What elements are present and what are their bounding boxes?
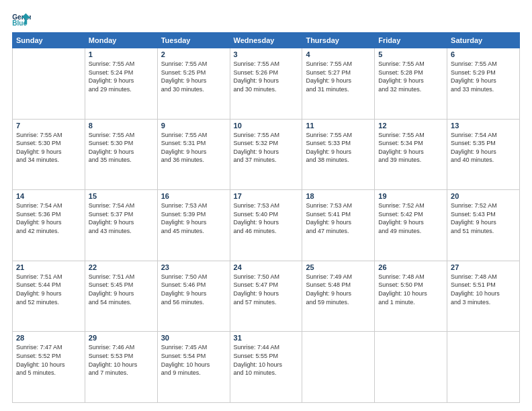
- calendar-header-wednesday: Wednesday: [230, 33, 302, 48]
- calendar-cell: 10Sunrise: 7:55 AMSunset: 5:32 PMDayligh…: [230, 119, 302, 190]
- day-number: 14: [16, 192, 81, 200]
- calendar-cell: [302, 332, 375, 403]
- day-info: Sunrise: 7:55 AMSunset: 5:33 PMDaylight:…: [306, 131, 371, 165]
- calendar-header-monday: Monday: [85, 33, 157, 48]
- day-number: 26: [378, 263, 443, 271]
- calendar-header-sunday: Sunday: [13, 33, 85, 48]
- calendar-cell: 27Sunrise: 7:48 AMSunset: 5:51 PMDayligh…: [447, 261, 520, 332]
- day-number: 16: [161, 192, 226, 200]
- day-info: Sunrise: 7:55 AMSunset: 5:24 PMDaylight:…: [89, 60, 154, 93]
- calendar-cell: 2Sunrise: 7:55 AMSunset: 5:25 PMDaylight…: [157, 48, 230, 120]
- calendar-cell: 18Sunrise: 7:53 AMSunset: 5:41 PMDayligh…: [302, 190, 375, 261]
- day-number: 23: [161, 263, 226, 271]
- calendar-cell: 6Sunrise: 7:55 AMSunset: 5:29 PMDaylight…: [447, 48, 520, 120]
- day-number: 5: [378, 50, 443, 58]
- day-info: Sunrise: 7:52 AMSunset: 5:42 PMDaylight:…: [378, 201, 443, 235]
- day-info: Sunrise: 7:55 AMSunset: 5:30 PMDaylight:…: [89, 131, 154, 165]
- day-info: Sunrise: 7:52 AMSunset: 5:43 PMDaylight:…: [451, 201, 516, 235]
- calendar-week-row-5: 28Sunrise: 7:47 AMSunset: 5:52 PMDayligh…: [13, 332, 520, 403]
- calendar-cell: 14Sunrise: 7:54 AMSunset: 5:36 PMDayligh…: [13, 190, 85, 261]
- calendar-cell: 12Sunrise: 7:55 AMSunset: 5:34 PMDayligh…: [375, 119, 447, 190]
- day-info: Sunrise: 7:53 AMSunset: 5:40 PMDaylight:…: [234, 201, 299, 235]
- day-info: Sunrise: 7:55 AMSunset: 5:27 PMDaylight:…: [306, 60, 371, 93]
- day-number: 21: [16, 263, 81, 271]
- calendar-cell: 28Sunrise: 7:47 AMSunset: 5:52 PMDayligh…: [13, 332, 85, 403]
- calendar-cell: 5Sunrise: 7:55 AMSunset: 5:28 PMDaylight…: [375, 48, 447, 120]
- calendar-cell: 15Sunrise: 7:54 AMSunset: 5:37 PMDayligh…: [85, 190, 157, 261]
- day-info: Sunrise: 7:54 AMSunset: 5:36 PMDaylight:…: [16, 201, 81, 235]
- calendar-cell: [447, 332, 520, 403]
- calendar-week-row-2: 7Sunrise: 7:55 AMSunset: 5:30 PMDaylight…: [13, 119, 520, 190]
- day-info: Sunrise: 7:49 AMSunset: 5:48 PMDaylight:…: [306, 273, 371, 306]
- calendar-cell: [375, 332, 447, 403]
- calendar-week-row-4: 21Sunrise: 7:51 AMSunset: 5:44 PMDayligh…: [13, 261, 520, 332]
- day-info: Sunrise: 7:53 AMSunset: 5:39 PMDaylight:…: [161, 201, 226, 235]
- day-info: Sunrise: 7:55 AMSunset: 5:32 PMDaylight:…: [234, 131, 299, 165]
- calendar-cell: 25Sunrise: 7:49 AMSunset: 5:48 PMDayligh…: [302, 261, 375, 332]
- calendar-cell: 8Sunrise: 7:55 AMSunset: 5:30 PMDaylight…: [85, 119, 157, 190]
- day-number: 10: [234, 122, 299, 130]
- day-number: 17: [234, 192, 299, 200]
- day-number: 7: [16, 122, 81, 130]
- calendar-cell: 7Sunrise: 7:55 AMSunset: 5:30 PMDaylight…: [13, 119, 85, 190]
- calendar-cell: 1Sunrise: 7:55 AMSunset: 5:24 PMDaylight…: [85, 48, 157, 120]
- calendar-cell: 11Sunrise: 7:55 AMSunset: 5:33 PMDayligh…: [302, 119, 375, 190]
- day-number: 18: [306, 192, 371, 200]
- calendar-cell: 3Sunrise: 7:55 AMSunset: 5:26 PMDaylight…: [230, 48, 302, 120]
- calendar-cell: 29Sunrise: 7:46 AMSunset: 5:53 PMDayligh…: [85, 332, 157, 403]
- day-number: 4: [306, 50, 371, 58]
- calendar-cell: 22Sunrise: 7:51 AMSunset: 5:45 PMDayligh…: [85, 261, 157, 332]
- day-info: Sunrise: 7:50 AMSunset: 5:47 PMDaylight:…: [234, 273, 299, 306]
- day-info: Sunrise: 7:55 AMSunset: 5:25 PMDaylight:…: [161, 60, 226, 93]
- calendar-week-row-3: 14Sunrise: 7:54 AMSunset: 5:36 PMDayligh…: [13, 190, 520, 261]
- day-number: 13: [451, 122, 516, 130]
- day-number: 24: [234, 263, 299, 271]
- day-info: Sunrise: 7:54 AMSunset: 5:37 PMDaylight:…: [89, 201, 154, 235]
- day-number: 30: [161, 334, 226, 342]
- day-number: 22: [89, 263, 154, 271]
- day-number: 28: [16, 334, 81, 342]
- calendar-header-saturday: Saturday: [447, 33, 520, 48]
- day-number: 12: [378, 122, 443, 130]
- day-info: Sunrise: 7:55 AMSunset: 5:34 PMDaylight:…: [378, 131, 443, 165]
- calendar-cell: [13, 48, 85, 120]
- day-number: 27: [451, 263, 516, 271]
- day-number: 31: [234, 334, 299, 342]
- logo: General Blue: [12, 12, 32, 27]
- day-number: 8: [89, 122, 154, 130]
- day-info: Sunrise: 7:53 AMSunset: 5:41 PMDaylight:…: [306, 201, 371, 235]
- day-info: Sunrise: 7:55 AMSunset: 5:26 PMDaylight:…: [234, 60, 299, 93]
- calendar-header-friday: Friday: [375, 33, 447, 48]
- calendar-cell: 30Sunrise: 7:45 AMSunset: 5:54 PMDayligh…: [157, 332, 230, 403]
- day-info: Sunrise: 7:51 AMSunset: 5:45 PMDaylight:…: [89, 273, 154, 306]
- calendar-header-row: SundayMondayTuesdayWednesdayThursdayFrid…: [13, 33, 520, 48]
- calendar-cell: 23Sunrise: 7:50 AMSunset: 5:46 PMDayligh…: [157, 261, 230, 332]
- calendar-table: SundayMondayTuesdayWednesdayThursdayFrid…: [12, 32, 520, 403]
- day-info: Sunrise: 7:55 AMSunset: 5:30 PMDaylight:…: [16, 131, 81, 165]
- calendar-cell: 24Sunrise: 7:50 AMSunset: 5:47 PMDayligh…: [230, 261, 302, 332]
- day-info: Sunrise: 7:47 AMSunset: 5:52 PMDaylight:…: [16, 343, 81, 377]
- calendar-header-tuesday: Tuesday: [157, 33, 230, 48]
- day-number: 15: [89, 192, 154, 200]
- page-header: General Blue: [12, 12, 520, 27]
- calendar-cell: 20Sunrise: 7:52 AMSunset: 5:43 PMDayligh…: [447, 190, 520, 261]
- calendar-cell: 31Sunrise: 7:44 AMSunset: 5:55 PMDayligh…: [230, 332, 302, 403]
- calendar-week-row-1: 1Sunrise: 7:55 AMSunset: 5:24 PMDaylight…: [13, 48, 520, 120]
- day-number: 3: [234, 50, 299, 58]
- calendar-cell: 9Sunrise: 7:55 AMSunset: 5:31 PMDaylight…: [157, 119, 230, 190]
- day-info: Sunrise: 7:55 AMSunset: 5:28 PMDaylight:…: [378, 60, 443, 93]
- day-info: Sunrise: 7:54 AMSunset: 5:35 PMDaylight:…: [451, 131, 516, 165]
- day-info: Sunrise: 7:50 AMSunset: 5:46 PMDaylight:…: [161, 273, 226, 306]
- day-number: 11: [306, 122, 371, 130]
- calendar-cell: 4Sunrise: 7:55 AMSunset: 5:27 PMDaylight…: [302, 48, 375, 120]
- calendar-cell: 19Sunrise: 7:52 AMSunset: 5:42 PMDayligh…: [375, 190, 447, 261]
- day-number: 6: [451, 50, 516, 58]
- calendar-header-thursday: Thursday: [302, 33, 375, 48]
- calendar-cell: 17Sunrise: 7:53 AMSunset: 5:40 PMDayligh…: [230, 190, 302, 261]
- day-info: Sunrise: 7:48 AMSunset: 5:50 PMDaylight:…: [378, 273, 443, 306]
- day-info: Sunrise: 7:55 AMSunset: 5:31 PMDaylight:…: [161, 131, 226, 165]
- day-number: 1: [89, 50, 154, 58]
- day-info: Sunrise: 7:45 AMSunset: 5:54 PMDaylight:…: [161, 343, 226, 377]
- day-info: Sunrise: 7:48 AMSunset: 5:51 PMDaylight:…: [451, 273, 516, 306]
- day-info: Sunrise: 7:44 AMSunset: 5:55 PMDaylight:…: [234, 343, 299, 377]
